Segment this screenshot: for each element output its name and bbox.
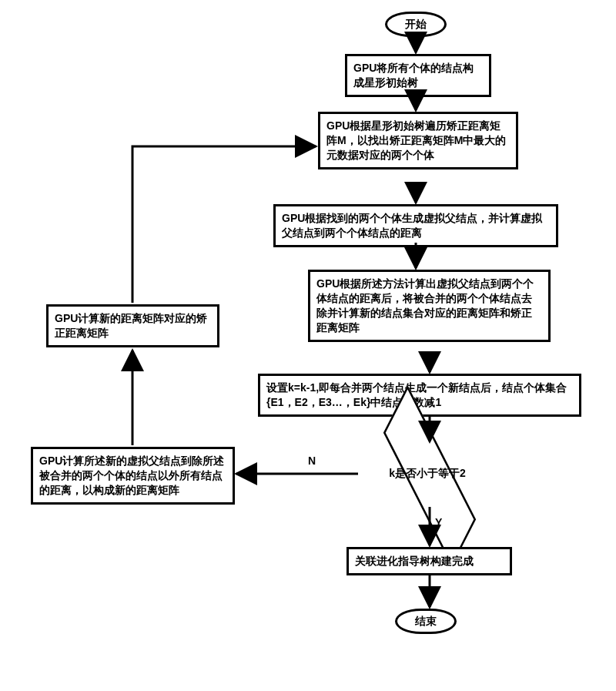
left1-new-distance-matrix: GPU计算所述新的虚拟父结点到除所述被合并的两个个体的结点以外所有结点的距离，以… (31, 447, 235, 505)
start-label: 开始 (405, 18, 427, 30)
decision-k-le-2: k是否小于等于2 (358, 451, 497, 497)
step4-remove-merged: GPU根据所述方法计算出虚拟父结点到两个个体结点的距离后，将被合并的两个个体结点… (308, 270, 551, 342)
step6-tree-complete: 关联进化指导树构建完成 (346, 547, 512, 575)
step6-text: 关联进化指导树构建完成 (355, 555, 474, 567)
yes-label: Y (435, 516, 442, 528)
start-node: 开始 (385, 12, 447, 37)
step2-traverse-matrix: GPU根据星形初始树遍历矫正距离矩阵M，以找出矫正距离矩阵M中最大的元数据对应的… (318, 112, 518, 169)
left1-text: GPU计算所述新的虚拟父结点到除所述被合并的两个个体的结点以外所有结点的距离，以… (39, 455, 224, 496)
end-label: 结束 (415, 615, 437, 627)
left2-new-corrected-matrix: GPU计算新的距离矩阵对应的矫正距离矩阵 (46, 304, 219, 347)
end-node: 结束 (395, 609, 457, 634)
no-label: N (308, 455, 316, 467)
decision-text: k是否小于等于2 (389, 467, 466, 479)
step3-virtual-parent: GPU根据找到的两个个体生成虚拟父结点，并计算虚拟父结点到两个个体结点的距离 (273, 204, 558, 247)
step4-text: GPU根据所述方法计算出虚拟父结点到两个个体结点的距离后，将被合并的两个个体结点… (316, 277, 534, 334)
step3-text: GPU根据找到的两个个体生成虚拟父结点，并计算虚拟父结点到两个个体结点的距离 (282, 212, 542, 239)
step1-star-tree: GPU将所有个体的结点构成星形初始树 (345, 54, 491, 97)
step2-text: GPU根据星形初始树遍历矫正距离矩阵M，以找出矫正距离矩阵M中最大的元数据对应的… (326, 119, 506, 161)
step1-text: GPU将所有个体的结点构成星形初始树 (353, 62, 474, 89)
left2-text: GPU计算新的距离矩阵对应的矫正距离矩阵 (55, 312, 207, 339)
